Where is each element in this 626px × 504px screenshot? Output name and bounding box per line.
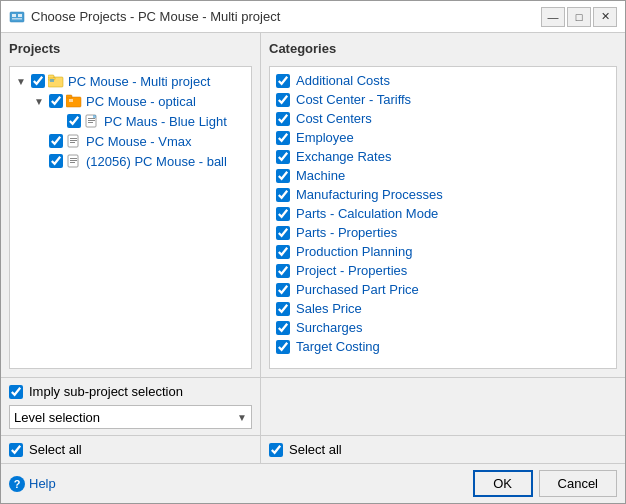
imply-row: Imply sub-project selection bbox=[9, 384, 252, 399]
tree-item-2[interactable]: ▶ PC Maus - Blue Light bbox=[14, 111, 247, 131]
category-label-10: Project - Properties bbox=[296, 263, 407, 278]
category-item-14[interactable]: Target Costing bbox=[274, 337, 612, 356]
toggle-1[interactable]: ▼ bbox=[32, 94, 46, 108]
category-checkbox-1[interactable] bbox=[276, 93, 290, 107]
category-checkbox-5[interactable] bbox=[276, 169, 290, 183]
tree-label-3: PC Mouse - Vmax bbox=[86, 134, 191, 149]
category-checkbox-0[interactable] bbox=[276, 74, 290, 88]
category-checkbox-2[interactable] bbox=[276, 112, 290, 126]
category-label-14: Target Costing bbox=[296, 339, 380, 354]
projects-select-all-checkbox[interactable] bbox=[9, 443, 23, 457]
category-checkbox-14[interactable] bbox=[276, 340, 290, 354]
folder-icon-0 bbox=[48, 73, 64, 89]
category-item-4[interactable]: Exchange Rates bbox=[274, 147, 612, 166]
category-label-13: Surcharges bbox=[296, 320, 362, 335]
category-item-0[interactable]: Additional Costs bbox=[274, 71, 612, 90]
close-button[interactable]: ✕ bbox=[593, 7, 617, 27]
category-item-8[interactable]: Parts - Properties bbox=[274, 223, 612, 242]
category-label-4: Exchange Rates bbox=[296, 149, 391, 164]
category-checkbox-10[interactable] bbox=[276, 264, 290, 278]
categories-list[interactable]: Additional CostsCost Center - TariffsCos… bbox=[269, 66, 617, 369]
category-label-12: Sales Price bbox=[296, 301, 362, 316]
svg-rect-12 bbox=[88, 118, 95, 119]
category-checkbox-7[interactable] bbox=[276, 207, 290, 221]
tree-label-0: PC Mouse - Multi project bbox=[68, 74, 210, 89]
help-icon: ? bbox=[9, 476, 25, 492]
cancel-button[interactable]: Cancel bbox=[539, 470, 617, 497]
category-checkbox-8[interactable] bbox=[276, 226, 290, 240]
bottom-right-area bbox=[261, 378, 625, 435]
tree-item-3[interactable]: ▶ PC Mouse - Vmax bbox=[14, 131, 247, 151]
toggle-0[interactable]: ▼ bbox=[14, 74, 28, 88]
tree-label-2: PC Maus - Blue Light bbox=[104, 114, 227, 129]
category-item-12[interactable]: Sales Price bbox=[274, 299, 612, 318]
svg-rect-15 bbox=[93, 115, 96, 118]
projects-panel: Projects ▼ PC Mouse - Multi project bbox=[1, 33, 261, 377]
svg-rect-13 bbox=[88, 120, 95, 121]
category-label-3: Employee bbox=[296, 130, 354, 145]
category-item-3[interactable]: Employee bbox=[274, 128, 612, 147]
svg-rect-10 bbox=[69, 99, 73, 102]
category-label-11: Purchased Part Price bbox=[296, 282, 419, 297]
category-item-7[interactable]: Parts - Calculation Mode bbox=[274, 204, 612, 223]
checkbox-2[interactable] bbox=[67, 114, 81, 128]
checkbox-3[interactable] bbox=[49, 134, 63, 148]
category-item-2[interactable]: Cost Centers bbox=[274, 109, 612, 128]
categories-panel: Categories Additional CostsCost Center -… bbox=[261, 33, 625, 377]
category-item-6[interactable]: Manufacturing Processes bbox=[274, 185, 612, 204]
imply-checkbox[interactable] bbox=[9, 385, 23, 399]
tree-item-4[interactable]: ▶ (12056) PC Mouse - ball bbox=[14, 151, 247, 171]
svg-rect-14 bbox=[88, 122, 93, 123]
categories-header: Categories bbox=[269, 41, 617, 60]
projects-list[interactable]: ▼ PC Mouse - Multi project ▼ bbox=[9, 66, 252, 369]
doc-icon-2 bbox=[84, 113, 100, 129]
category-checkbox-4[interactable] bbox=[276, 150, 290, 164]
projects-select-all-row: Select all bbox=[9, 442, 252, 457]
category-checkbox-6[interactable] bbox=[276, 188, 290, 202]
checkbox-0[interactable] bbox=[31, 74, 45, 88]
categories-select-all-checkbox[interactable] bbox=[269, 443, 283, 457]
category-item-10[interactable]: Project - Properties bbox=[274, 261, 612, 280]
ok-button[interactable]: OK bbox=[473, 470, 533, 497]
category-checkbox-9[interactable] bbox=[276, 245, 290, 259]
select-all-panels: Select all Select all bbox=[1, 435, 625, 463]
svg-rect-2 bbox=[18, 14, 22, 17]
maximize-button[interactable]: □ bbox=[567, 7, 591, 27]
category-checkbox-3[interactable] bbox=[276, 131, 290, 145]
svg-rect-8 bbox=[66, 97, 81, 107]
bottom-left-area: Imply sub-project selection Level select… bbox=[1, 378, 261, 435]
projects-header: Projects bbox=[9, 41, 252, 60]
tree-item-1[interactable]: ▼ PC Mouse - optical bbox=[14, 91, 247, 111]
folder-icon-1 bbox=[66, 93, 82, 109]
svg-rect-17 bbox=[70, 138, 77, 139]
category-item-5[interactable]: Machine bbox=[274, 166, 612, 185]
checkbox-4[interactable] bbox=[49, 154, 63, 168]
tree-label-1: PC Mouse - optical bbox=[86, 94, 196, 109]
categories-select-all-row: Select all bbox=[269, 442, 617, 457]
category-label-2: Cost Centers bbox=[296, 111, 372, 126]
window-icon bbox=[9, 9, 25, 25]
categories-select-all-label: Select all bbox=[289, 442, 342, 457]
category-item-13[interactable]: Surcharges bbox=[274, 318, 612, 337]
main-window: Choose Projects - PC Mouse - Multi proje… bbox=[0, 0, 626, 504]
category-item-9[interactable]: Production Planning bbox=[274, 242, 612, 261]
level-dropdown-text: Level selection bbox=[14, 410, 237, 425]
category-item-11[interactable]: Purchased Part Price bbox=[274, 280, 612, 299]
doc-icon-3 bbox=[66, 133, 82, 149]
svg-rect-6 bbox=[48, 75, 54, 78]
help-link[interactable]: Help bbox=[29, 476, 56, 491]
category-item-1[interactable]: Cost Center - Tariffs bbox=[274, 90, 612, 109]
category-label-6: Manufacturing Processes bbox=[296, 187, 443, 202]
svg-rect-3 bbox=[12, 18, 22, 20]
category-checkbox-11[interactable] bbox=[276, 283, 290, 297]
checkbox-1[interactable] bbox=[49, 94, 63, 108]
svg-rect-18 bbox=[70, 140, 77, 141]
select-all-right: Select all bbox=[261, 436, 625, 463]
level-dropdown[interactable]: Level selection ▼ bbox=[9, 405, 252, 429]
category-checkbox-13[interactable] bbox=[276, 321, 290, 335]
tree-item-0[interactable]: ▼ PC Mouse - Multi project bbox=[14, 71, 247, 91]
svg-rect-19 bbox=[70, 142, 75, 143]
minimize-button[interactable]: — bbox=[541, 7, 565, 27]
bottom-panels: Imply sub-project selection Level select… bbox=[1, 377, 625, 435]
category-checkbox-12[interactable] bbox=[276, 302, 290, 316]
